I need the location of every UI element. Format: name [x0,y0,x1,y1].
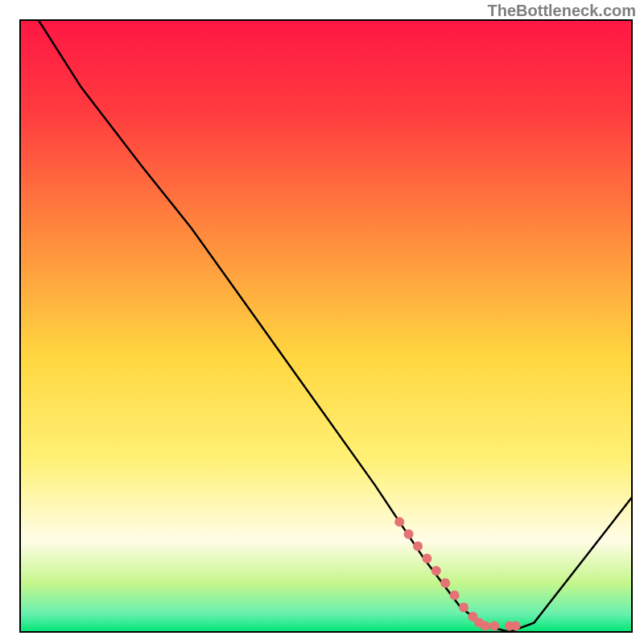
scatter-dot [431,566,441,576]
scatter-dot [422,554,431,564]
scatter-dot [511,621,521,630]
scatter-dot [440,578,450,588]
scatter-dot [481,621,490,630]
chart-container: TheBottleneck.com [0,0,644,644]
scatter-dot [404,529,414,539]
plot-background [20,20,632,632]
scatter-dot [450,590,460,600]
scatter-dot [459,603,469,613]
scatter-dot [489,621,499,630]
scatter-dot [413,542,423,551]
scatter-dot [394,517,404,526]
watermark-text: TheBottleneck.com [488,2,636,20]
bottleneck-chart [0,0,644,644]
